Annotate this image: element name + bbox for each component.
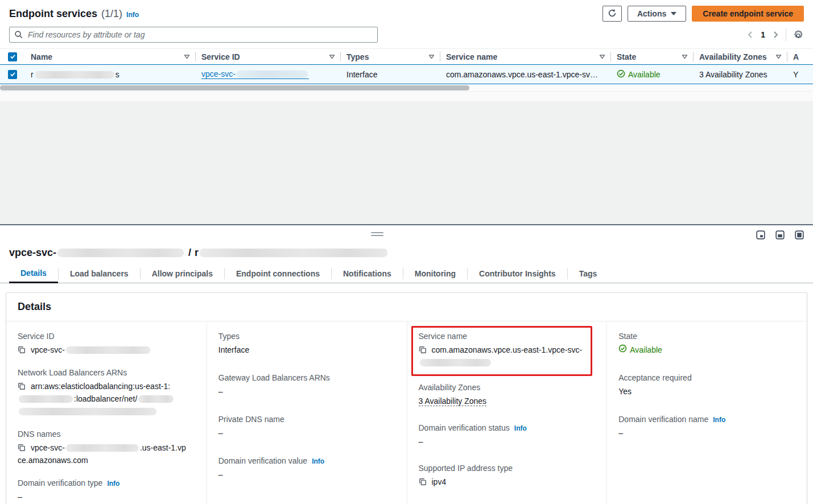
column-header-service-id[interactable]: Service ID (196, 49, 341, 64)
column-header-name[interactable]: Name (25, 49, 196, 64)
field-private-dns-name: Private DNS name – (218, 415, 395, 439)
redacted-text (420, 359, 491, 366)
panel-size-large-icon[interactable] (795, 230, 804, 242)
field-label: Acceptance required (618, 373, 691, 382)
service-id-link[interactable]: vpce-svc- (201, 69, 309, 79)
field-label: Availability Zones (419, 383, 481, 392)
page-title: Endpoint services (9, 8, 97, 20)
redacted-text (19, 408, 156, 415)
copy-icon[interactable] (18, 382, 26, 390)
actions-label: Actions (637, 9, 666, 18)
details-column-3: Service name com.amazonaws.vpce.us-east-… (407, 321, 607, 504)
field-label: Network Load Balancers ARNs (18, 368, 127, 377)
sort-icon[interactable] (682, 53, 688, 60)
cell-types: Interface (341, 70, 440, 79)
field-label: Gateway Load Balancers ARNs (218, 373, 330, 382)
column-header-service-name[interactable]: Service name (440, 49, 611, 64)
field-domain-verification-value: Domain verification value Info – (218, 456, 395, 481)
field-network-load-balancers-arns: Network Load Balancers ARNs arn:aws:elas… (18, 368, 195, 418)
refresh-button[interactable] (602, 6, 622, 22)
horizontal-scrollbar-thumb[interactable] (0, 85, 469, 90)
field-availability-zones: Availability Zones 3 Availability Zones (419, 383, 596, 407)
page-number[interactable]: 1 (761, 30, 765, 39)
sort-icon[interactable] (428, 53, 435, 60)
toolbar-divider (786, 28, 786, 41)
tab-notifications[interactable]: Notifications (332, 265, 403, 283)
service-name-highlight-box: Service name com.amazonaws.vpce.us-east-… (411, 326, 592, 376)
cell-service-name: com.amazonaws.vpce.us-east-1.vpce-sv… (440, 70, 611, 79)
field-service-id: Service ID vpce-svc- (18, 332, 195, 356)
details-card: Details Service ID vpce-svc- Network Loa… (6, 292, 807, 504)
field-label: Domain verification value (218, 456, 307, 465)
copy-icon[interactable] (419, 478, 427, 486)
panel-size-medium-icon[interactable] (775, 230, 785, 242)
table-header-row: Name Service ID Types Service name State… (0, 48, 813, 64)
column-header-types[interactable]: Types (341, 49, 440, 64)
availability-zones-popover[interactable]: 3 Availability Zones (699, 70, 767, 79)
tab-details[interactable]: Details (9, 265, 58, 283)
info-link[interactable]: Info (126, 11, 139, 19)
details-column-1: Service ID vpce-svc- Network Load Balanc… (6, 321, 207, 504)
field-dns-names: DNS names vpce-svc-.us-east-1.vpce.amazo… (18, 429, 195, 466)
panel-size-small-icon[interactable] (756, 230, 765, 242)
select-all-checkbox[interactable] (8, 52, 17, 61)
copy-icon[interactable] (18, 444, 26, 452)
field-label: State (618, 332, 637, 341)
actions-button[interactable]: Actions (628, 6, 686, 22)
redacted-text (200, 249, 387, 257)
tab-load-balancers[interactable]: Load balancers (59, 265, 140, 283)
search-icon (14, 30, 23, 42)
previous-page-icon[interactable] (747, 31, 754, 39)
tab-endpoint-connections[interactable]: Endpoint connections (225, 265, 331, 283)
redacted-text (138, 395, 174, 403)
info-link[interactable]: Info (514, 424, 527, 432)
copy-icon[interactable] (419, 346, 427, 354)
field-supported-ip-address-type: Supported IP address type ipv4 (419, 464, 596, 488)
sort-icon[interactable] (775, 53, 782, 60)
info-link[interactable]: Info (713, 416, 725, 424)
create-endpoint-service-button[interactable]: Create endpoint service (692, 6, 804, 22)
tab-tags[interactable]: Tags (568, 265, 609, 283)
info-link[interactable]: Info (107, 480, 119, 488)
field-gateway-load-balancers-arns: Gateway Load Balancers ARNs – (218, 373, 395, 398)
column-header-availability-zones[interactable]: Availability Zones (694, 49, 787, 64)
info-link[interactable]: Info (312, 457, 324, 465)
availability-zones-popover[interactable]: 3 Availability Zones (419, 396, 487, 406)
field-acceptance-required: Acceptance required Yes (618, 373, 795, 398)
tab-allow-principals[interactable]: Allow principals (141, 265, 224, 283)
column-header-state[interactable]: State (611, 49, 694, 64)
page-count: (1/1) (101, 8, 122, 20)
field-label: Types (218, 332, 240, 341)
next-page-icon[interactable] (772, 31, 779, 39)
split-panel-drag-handle[interactable] (371, 232, 383, 238)
field-label: Supported IP address type (419, 464, 513, 473)
horizontal-scrollbar-track[interactable] (0, 84, 813, 91)
copy-icon[interactable] (18, 346, 26, 354)
preferences-gear-icon[interactable] (793, 30, 804, 40)
search-input[interactable] (9, 27, 378, 43)
sort-icon[interactable] (329, 53, 335, 60)
status-available-icon (617, 69, 625, 80)
redacted-text (57, 249, 184, 257)
field-domain-verification-status: Domain verification status Info – (419, 423, 596, 448)
row-checkbox[interactable] (8, 70, 17, 79)
cell-service-id: vpce-svc- (196, 69, 341, 79)
redacted-text (35, 71, 114, 79)
field-label: Domain verification status (419, 423, 510, 432)
column-header-acceptance-clipped[interactable]: A (787, 49, 813, 64)
tab-monitoring[interactable]: Monitoring (403, 265, 467, 283)
caret-down-icon (671, 12, 676, 15)
sort-icon[interactable] (599, 53, 605, 60)
field-state: State Available (618, 332, 795, 356)
table-row[interactable]: rs vpce-svc- Interface com.amazonaws.vpc… (0, 64, 813, 84)
tab-contributor-insights[interactable]: Contributor Insights (468, 265, 567, 283)
field-domain-verification-name: Domain verification name Info – (618, 415, 795, 439)
table-footer-strip (0, 91, 813, 101)
details-column-4: State Available Acceptance required Yes … (606, 321, 807, 504)
field-label: Domain verification type (18, 478, 102, 488)
cell-acceptance-clipped: Y (787, 70, 813, 79)
sort-icon[interactable] (184, 53, 190, 60)
split-panel-toolbar (0, 225, 813, 247)
cell-name: rs (25, 70, 196, 79)
page-header: Endpoint services (1/1) Info Actions Cre… (0, 0, 813, 26)
